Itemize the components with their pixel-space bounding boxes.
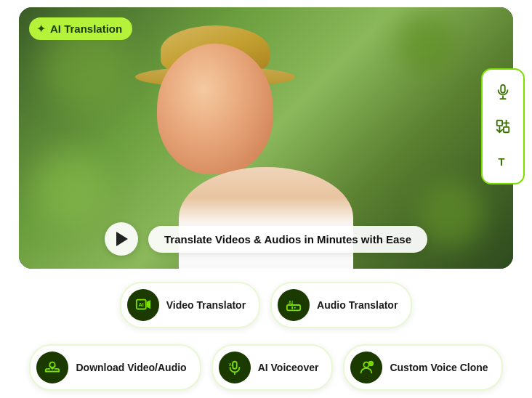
- video-card: ✦ AI Translation Translate Videos & Audi…: [19, 7, 513, 269]
- subtitle-bar: Translate Videos & Audios in Minutes wit…: [148, 226, 427, 253]
- sparkle-icon: ✦: [36, 22, 46, 36]
- face: [157, 44, 273, 174]
- voice-clone-icon: [350, 352, 382, 383]
- video-background: ✦ AI Translation Translate Videos & Audi…: [19, 7, 513, 269]
- download-chip[interactable]: Download Video/Audio: [29, 344, 201, 391]
- mic-toolbar-button[interactable]: [487, 76, 519, 107]
- svg-text:AI: AI: [138, 301, 143, 308]
- text-toolbar-button[interactable]: T: [487, 145, 519, 177]
- svg-rect-3: [497, 121, 502, 126]
- video-translator-chip[interactable]: AI Video Translator: [120, 282, 260, 328]
- translate-toolbar-button[interactable]: [487, 110, 519, 142]
- voice-clone-label: Custom Voice Clone: [390, 362, 488, 373]
- svg-text:T: T: [499, 156, 505, 168]
- svg-rect-0: [501, 85, 505, 93]
- download-label: Download Video/Audio: [76, 362, 186, 373]
- svg-rect-16: [233, 362, 237, 369]
- svg-rect-9: [287, 305, 300, 310]
- play-button[interactable]: [105, 222, 138, 256]
- svg-text:AI: AI: [289, 300, 294, 305]
- svg-point-18: [364, 362, 369, 367]
- audio-translator-label: Audio Translator: [317, 299, 398, 311]
- svg-rect-4: [504, 127, 509, 132]
- features-row-2: Download Video/Audio AI AI Voiceover: [29, 344, 502, 391]
- badge-label: AI Translation: [50, 23, 122, 35]
- play-icon: [116, 232, 128, 246]
- audio-translator-icon: AI: [278, 289, 310, 321]
- ai-voiceover-chip[interactable]: AI AI Voiceover: [211, 344, 334, 391]
- ai-voiceover-icon: AI: [219, 352, 251, 383]
- ai-translation-badge: ✦ AI Translation: [29, 17, 132, 40]
- video-controls: Translate Videos & Audios in Minutes wit…: [19, 222, 513, 256]
- voice-clone-chip[interactable]: Custom Voice Clone: [343, 344, 502, 391]
- ai-voiceover-label: AI Voiceover: [258, 362, 319, 373]
- right-toolbar: T: [481, 68, 525, 184]
- video-translator-label: Video Translator: [166, 299, 246, 311]
- main-container: ✦ AI Translation Translate Videos & Audi…: [0, 0, 532, 398]
- bokeh-2: [397, 15, 455, 73]
- features-row-1: AI Video Translator AI: [120, 282, 413, 328]
- download-icon: [36, 352, 68, 383]
- video-translator-icon: AI: [127, 289, 159, 321]
- features-section: AI Video Translator AI: [15, 282, 517, 391]
- bokeh-3: [33, 153, 106, 225]
- audio-translator-chip[interactable]: AI Audio Translator: [270, 282, 412, 328]
